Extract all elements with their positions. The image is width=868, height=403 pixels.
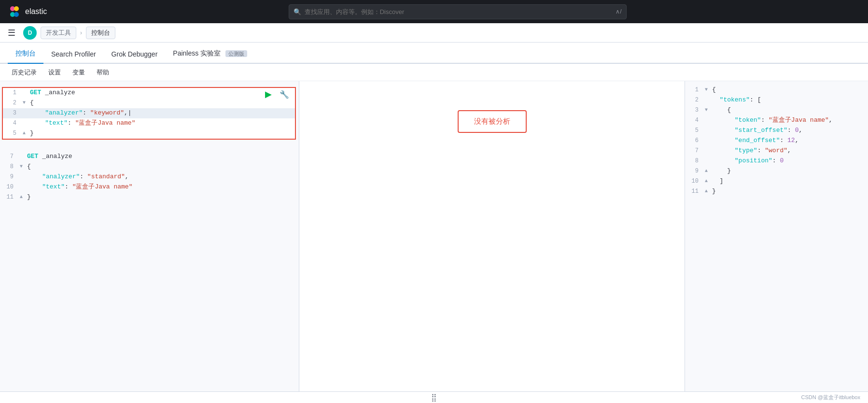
search-input[interactable] [289,4,627,19]
code-editor[interactable]: 1 GET _analyze 2 ▼ { 3 "analyzer": "keyw… [0,81,299,403]
wrench-button[interactable]: 🔧 [278,88,291,101]
resp-fold-7[interactable] [702,146,710,155]
code-line-7: 7 GET _analyze [0,152,299,162]
resp-content-5: "start_offset": 0, [710,126,868,136]
resp-content-3: { [710,105,868,115]
line-content-5: } [28,129,295,139]
tab-grok-debugger[interactable]: Grok Debugger [104,45,166,64]
resp-line-7: 7 "type": "word", [685,146,868,156]
resp-line-2: 2 "tokens": [ [685,95,868,105]
hamburger-menu[interactable]: ☰ [8,28,15,38]
breadcrumb-arrow: › [80,29,82,36]
line-number-6 [0,142,17,151]
resp-num-6: 6 [685,136,702,145]
resp-content-1: { [710,85,868,95]
elastic-logo-icon [8,5,21,18]
run-button[interactable]: ▶ [263,87,274,101]
elastic-logo[interactable]: elastic [8,5,47,18]
watermark: CSDN @蓝盒子itbluebox [801,394,860,401]
elastic-logo-text: elastic [25,7,47,16]
code-editor-panel[interactable]: 1 GET _analyze 2 ▼ { 3 "analyzer": "keyw… [0,81,299,403]
line-fold-11[interactable]: ▲ [17,192,25,201]
line-fold-1[interactable] [20,88,28,97]
code-line-9: 9 "analyzer": "standard", [0,172,299,182]
code-line-8: 8 ▼ { [0,162,299,172]
resp-fold-6[interactable] [702,136,710,144]
search-icon: 🔍 [294,8,301,15]
resp-num-3: 3 [685,105,702,115]
divider-icon[interactable]: ⣿ [431,393,437,402]
line-fold-7[interactable] [17,152,25,160]
resp-line-9: 9 ▲ } [685,166,868,176]
line-fold-9[interactable] [17,172,25,181]
line-fold-10[interactable] [17,182,25,191]
resp-num-11: 11 [685,187,702,196]
resp-line-11: 11 ▲ } [685,187,868,197]
resp-num-2: 2 [685,95,702,105]
resp-content-7: "type": "word", [710,146,868,156]
tab-console[interactable]: 控制台 [8,44,43,64]
resp-line-10: 10 ▲ ] [685,176,868,187]
line-number-1: 1 [3,88,20,98]
line-content-7: GET _analyze [25,152,299,162]
breadcrumb-bar: ☰ D 开发工具 › 控制台 [0,23,868,43]
resp-line-8: 8 "position": 0 [685,156,868,166]
resp-content-2: "tokens": [ [710,95,868,105]
submenu-variables[interactable]: 变量 [69,65,89,80]
global-search[interactable]: 🔍 ∧/ [289,4,627,19]
resp-content-10: ] [710,176,868,187]
code-line-5: 5 ▲ } [3,129,295,139]
code-line-4: 4 "text": "蓝盒子Java name" [3,118,295,129]
line-number-4: 4 [3,118,20,128]
line-fold-3[interactable] [20,108,28,117]
resp-fold-11[interactable]: ▲ [702,187,710,195]
resp-fold-8[interactable] [702,156,710,165]
tab-search-profiler[interactable]: Search Profiler [43,45,104,64]
line-fold-4[interactable] [20,118,28,127]
line-fold-8[interactable]: ▼ [17,162,25,171]
submenu-settings[interactable]: 设置 [44,65,65,80]
top-navigation: elastic 🔍 ∧/ [0,0,868,23]
line-content-2: { [28,98,295,108]
tab-bar: 控制台 Search Profiler Grok Debugger Painle… [0,43,868,64]
breadcrumb-devtools[interactable]: 开发工具 [41,27,76,39]
resp-fold-4[interactable] [702,115,710,124]
resp-num-5: 5 [685,126,702,135]
resp-fold-10[interactable]: ▲ [702,176,710,185]
submenu-help[interactable]: 帮助 [93,65,113,80]
resp-fold-2[interactable] [702,95,710,104]
line-number-9: 9 [0,172,17,182]
main-content: 1 GET _analyze 2 ▼ { 3 "analyzer": "keyw… [0,81,868,403]
resp-fold-5[interactable] [702,126,710,134]
line-number-10: 10 [0,182,17,192]
tab-painless[interactable]: Painless 实验室 公测版 [165,44,255,64]
output-panel: 没有被分析 [299,81,685,403]
resp-content-8: "position": 0 [710,156,868,166]
sub-menu-bar: 历史记录 设置 变量 帮助 [0,64,868,81]
editor-toolbar: ▶ 🔧 [263,87,291,101]
resp-fold-3[interactable]: ▼ [702,105,710,114]
resp-line-6: 6 "end_offset": 12, [685,136,868,146]
line-content-10: "text": "蓝盒子Java name" [25,182,299,192]
avatar[interactable]: D [23,26,37,40]
submenu-history[interactable]: 历史记录 [8,65,41,80]
response-panel: 1 ▼ { 2 "tokens": [ 3 ▼ { 4 "token": "蓝盒… [685,81,868,403]
line-number-7: 7 [0,152,17,161]
line-content-1: GET _analyze [28,88,295,98]
resp-num-10: 10 [685,176,702,186]
line-number-5: 5 [3,129,20,138]
selected-code-block: 1 GET _analyze 2 ▼ { 3 "analyzer": "keyw… [2,87,296,140]
resp-line-5: 5 "start_offset": 0, [685,126,868,136]
resp-num-4: 4 [685,115,702,125]
line-number-11: 11 [0,192,17,202]
line-fold-5[interactable]: ▲ [20,129,28,137]
resp-line-3: 3 ▼ { [685,105,868,115]
line-content-4: "text": "蓝盒子Java name" [28,118,295,129]
resp-fold-1[interactable]: ▼ [702,85,710,94]
breadcrumb-console: 控制台 [86,27,115,39]
code-line-10: 10 "text": "蓝盒子Java name" [0,182,299,192]
line-fold-2[interactable]: ▼ [20,98,28,107]
resp-content-9: } [710,166,868,176]
resp-fold-9[interactable]: ▲ [702,166,710,175]
svg-point-1 [14,6,19,11]
